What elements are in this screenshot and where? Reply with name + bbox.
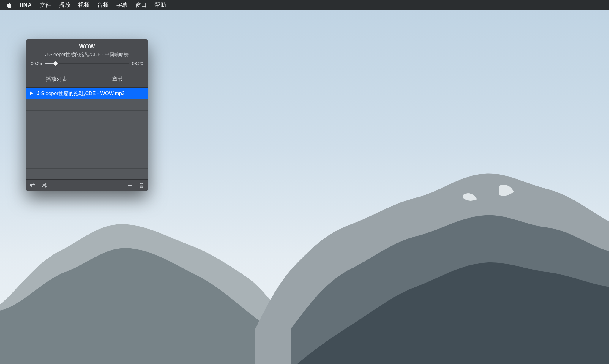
menu-help[interactable]: 帮助 xyxy=(154,1,166,9)
playlist-item[interactable]: J-Sleeper性感的拖鞋,CDE - WOW.mp3 xyxy=(26,88,148,99)
playlist-item-label: J-Sleeper性感的拖鞋,CDE - WOW.mp3 xyxy=(37,90,125,97)
apple-icon[interactable] xyxy=(7,2,12,8)
panel-tabs: 播放列表 章节 xyxy=(26,70,148,88)
macos-menubar: IINA 文件 播放 视频 音频 字幕 窗口 帮助 xyxy=(0,0,609,10)
track-title: WOW xyxy=(30,43,144,50)
add-button[interactable] xyxy=(127,182,134,189)
time-total: 03:20 xyxy=(132,61,143,66)
playlist-empty-row xyxy=(26,145,148,157)
playlist-empty-row xyxy=(26,157,148,169)
menu-video[interactable]: 视频 xyxy=(78,1,89,9)
progress-knob[interactable] xyxy=(53,61,58,66)
loop-button[interactable] xyxy=(29,182,36,189)
menu-app-name[interactable]: IINA xyxy=(20,2,32,8)
menu-window[interactable]: 窗口 xyxy=(135,1,147,9)
iina-mini-player-window[interactable]: WOW J-Sleeper性感的拖鞋/CDE - 中国嘻哈榜 00:25 03:… xyxy=(26,39,148,191)
tab-chapters[interactable]: 章节 xyxy=(87,70,148,87)
progress-slider[interactable] xyxy=(45,63,129,64)
playlist-empty-row xyxy=(26,169,148,179)
menu-file[interactable]: 文件 xyxy=(40,1,51,9)
menu-audio[interactable]: 音频 xyxy=(97,1,108,9)
playlist-toolbar xyxy=(26,179,148,191)
menu-subtitle[interactable]: 字幕 xyxy=(116,1,128,9)
tab-playlist[interactable]: 播放列表 xyxy=(26,70,87,87)
menu-playback[interactable]: 播放 xyxy=(59,1,70,9)
progress-row: 00:25 03:20 xyxy=(30,61,144,67)
time-elapsed: 00:25 xyxy=(31,61,42,66)
player-header: WOW J-Sleeper性感的拖鞋/CDE - 中国嘻哈榜 00:25 03:… xyxy=(26,39,148,70)
track-artist-album: J-Sleeper性感的拖鞋/CDE - 中国嘻哈榜 xyxy=(30,52,144,58)
playlist-empty-row xyxy=(26,99,148,111)
delete-button[interactable] xyxy=(138,182,145,189)
playlist-empty-row xyxy=(26,122,148,134)
playlist: J-Sleeper性感的拖鞋,CDE - WOW.mp3 xyxy=(26,88,148,179)
play-icon xyxy=(30,91,33,95)
playlist-empty-row xyxy=(26,111,148,122)
playlist-empty-row xyxy=(26,134,148,145)
shuffle-button[interactable] xyxy=(40,182,48,189)
